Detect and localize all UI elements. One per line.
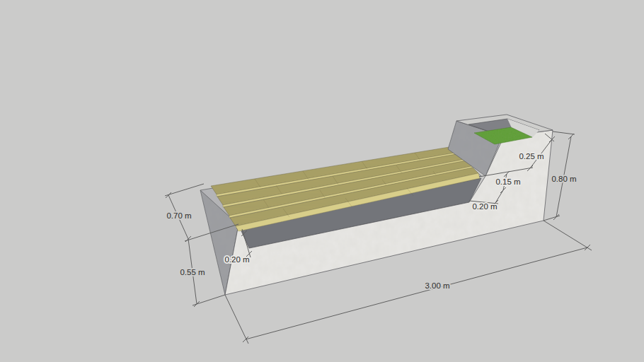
dimension-label-3-00: 3.00 m — [425, 281, 449, 290]
dimension-label-0-80: 0.80 m — [551, 175, 576, 183]
dimension-label-0-20-left: 0.20 m — [224, 255, 249, 264]
dimension-label-0-55: 0.55 m — [180, 268, 205, 276]
dimension-label-0-70: 0.70 m — [166, 211, 191, 220]
bench-model-scene: 0.70 m 0.55 m 0.20 m 3.00 m 0.80 m 0.25 — [0, 0, 644, 362]
model-viewport[interactable]: 0.70 m 0.55 m 0.20 m 3.00 m 0.80 m 0.25 — [0, 0, 644, 362]
dimension-label-0-25: 0.25 m — [519, 152, 544, 160]
dimension-label-0-15: 0.15 m — [495, 177, 520, 186]
bench-model — [200, 115, 553, 295]
dimension-label-0-20-right: 0.20 m — [472, 202, 497, 211]
